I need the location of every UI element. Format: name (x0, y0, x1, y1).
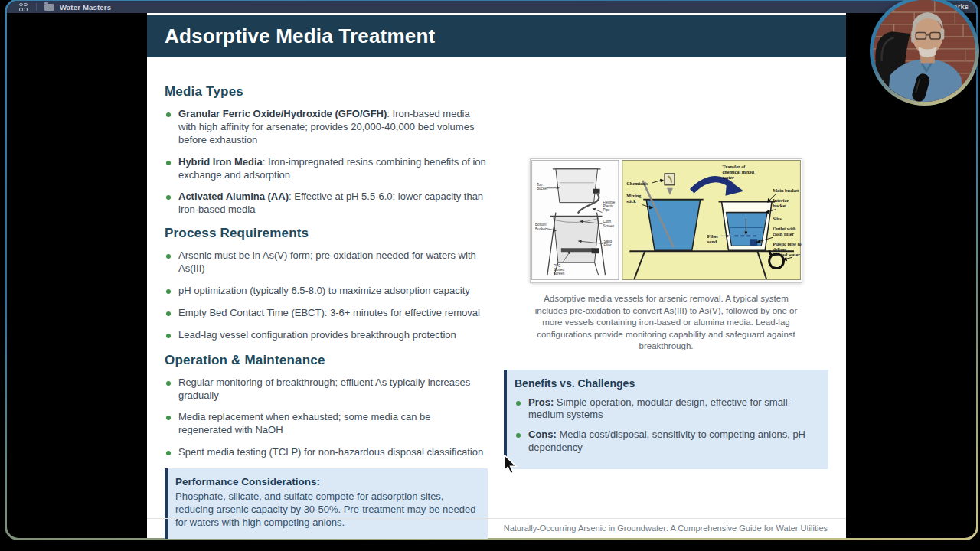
figure-caption: Adsorptive media vessels for arsenic rem… (531, 293, 801, 353)
bullet-item: Granular Ferric Oxide/Hydroxide (GFO/GFH… (165, 108, 486, 147)
adsorptive-media-diagram: TopBucket FlexiblePlasticPipe ClothScree… (530, 158, 802, 283)
folder-icon (44, 4, 54, 11)
bullet-text: Cons: Media cost/disposal, sensitivity t… (528, 429, 818, 455)
bullet-text: Pros: Simple operation, modular design, … (528, 396, 818, 422)
label-slits: Slits (773, 216, 782, 221)
bullet-dot-icon (516, 433, 521, 438)
label-outlet-with-cloth-filter: Outlet withcloth filter (773, 226, 796, 236)
performance-box-text: Phosphate, silicate, and sulfate compete… (175, 491, 477, 530)
label-sand-filter: SandFilter (604, 240, 612, 247)
process-requirements-bullets: Arsenic must be in As(V) form; pre-oxida… (165, 249, 486, 341)
benefits-bullets: Pros: Simple operation, modular design, … (514, 396, 818, 455)
bullet-item: Empty Bed Contact Time (EBCT): 3-6+ minu… (165, 307, 486, 320)
benefits-box-heading: Benefits vs. Challenges (514, 377, 818, 390)
bullet-dot-icon (166, 161, 171, 165)
slide-footer: Naturally-Occurring Arsenic in Groundwat… (504, 523, 828, 533)
mouse-cursor (502, 455, 521, 479)
media-types-bullets: Granular Ferric Oxide/Hydroxide (GFO/GFH… (165, 108, 486, 217)
slide-right-column: TopBucket FlexiblePlasticPipe ClothScree… (504, 70, 828, 469)
bullet-item: Spent media testing (TCLP) for non-hazar… (165, 446, 486, 459)
bullet-dot-icon (166, 381, 171, 386)
bullet-dot-icon (166, 311, 171, 316)
bullet-text: Lead-lag vessel configuration provides b… (178, 329, 456, 342)
app-grid-icon[interactable] (19, 3, 28, 11)
browser-topbar: Water Masters Bookmarks (7, 1, 976, 13)
bullet-text: Granular Ferric Oxide/Hydroxide (GFO/GFH… (178, 108, 486, 147)
bullet-text: Regular monitoring of breakthrough; effl… (178, 377, 486, 403)
bullet-text: Spent media testing (TCLP) for non-hazar… (178, 446, 483, 459)
section-heading-process-requirements: Process Requirements (165, 226, 486, 241)
bullet-text: Arsenic must be in As(V) form; pre-oxida… (178, 249, 486, 276)
slide-left-column: Media Types Granular Ferric Oxide/Hydrox… (165, 71, 486, 539)
bullet-item: pH optimization (typically 6.5-8.0) to m… (165, 285, 486, 298)
bullet-item: Lead-lag vessel configuration provides b… (165, 329, 486, 342)
webcam-overlay[interactable] (870, 0, 979, 106)
performance-box-heading: Performance Considerations: (175, 476, 477, 487)
webcam-video (874, 0, 975, 102)
slide-header-band: Adsorptive Media Treatment (147, 15, 846, 57)
section-heading-media-types: Media Types (165, 84, 486, 99)
bullet-dot-icon (516, 401, 521, 406)
bullet-dot-icon (166, 416, 171, 420)
bullet-dot-icon (166, 451, 171, 455)
diagram-svg: TopBucket FlexiblePlasticPipe ClothScree… (531, 159, 802, 282)
bullet-dot-icon (166, 195, 171, 200)
bullet-item: Regular monitoring of breakthrough; effl… (165, 377, 486, 403)
footer-divider (147, 518, 846, 519)
bullet-item: Pros: Simple operation, modular design, … (514, 396, 818, 422)
bullet-dot-icon (166, 289, 171, 294)
performance-considerations-box: Performance Considerations: Phosphate, s… (165, 468, 488, 539)
label-chemicals: Chemicals (626, 181, 648, 186)
bullet-dot-icon (166, 254, 171, 259)
bullet-dot-icon (166, 112, 171, 117)
slide-page: Adsorptive Media Treatment Media Types G… (147, 13, 846, 538)
bullet-dot-icon (166, 334, 171, 338)
bullet-text: Hybrid Iron Media: Iron-impregnated resi… (178, 156, 486, 182)
operation-maintenance-bullets: Regular monitoring of breakthrough; effl… (165, 377, 486, 459)
bullet-item: Hybrid Iron Media: Iron-impregnated resi… (165, 156, 486, 182)
bullet-text: Media replacement when exhausted; some m… (178, 411, 486, 437)
label-bottom-bucket: BottomBucket (535, 223, 547, 230)
topbar-divider (36, 3, 37, 11)
bullet-item: Cons: Media cost/disposal, sensitivity t… (514, 429, 818, 455)
bullet-item: Media replacement when exhausted; some m… (165, 411, 486, 437)
bullet-item: Activated Alumina (AA): Effective at pH … (165, 191, 486, 217)
slide-title: Adsorptive Media Treatment (147, 15, 846, 57)
tab-water-masters[interactable]: Water Masters (60, 3, 111, 11)
bullet-text: Empty Bed Contact Time (EBCT): 3-6+ minu… (178, 307, 480, 320)
bullet-item: Arsenic must be in As(V) form; pre-oxida… (165, 249, 486, 276)
section-heading-operation-maintenance: Operation & Maintenance (165, 353, 486, 368)
bullet-text: Activated Alumina (AA): Effective at pH … (178, 191, 486, 217)
bullet-text: pH optimization (typically 6.5-8.0) to m… (178, 285, 470, 298)
label-main-bucket: Main bucket (773, 187, 799, 193)
presenter-illustration (874, 0, 975, 102)
benefits-vs-challenges-box: Benefits vs. Challenges Pros: Simple ope… (504, 370, 828, 470)
